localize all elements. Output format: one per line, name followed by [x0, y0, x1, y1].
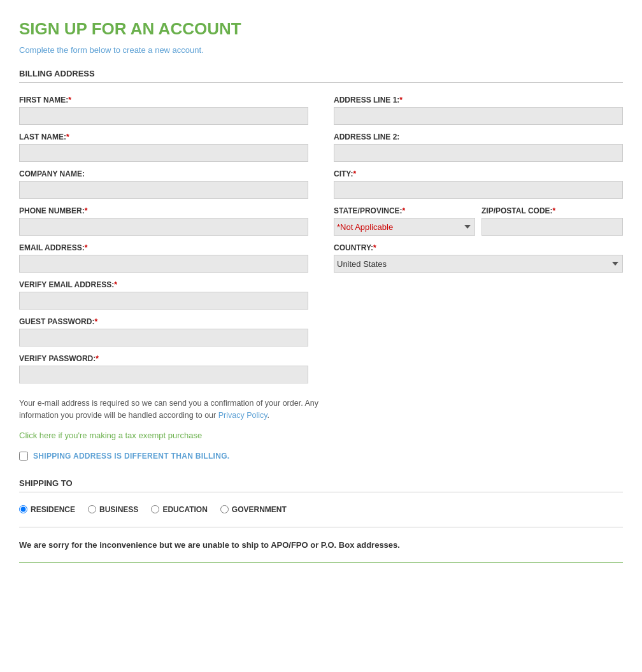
zip-subgroup: ZIP/POSTAL CODE:* — [481, 206, 623, 236]
city-group: CITY:* — [334, 169, 623, 199]
page-title: SIGN UP FOR AN ACCOUNT — [19, 19, 623, 39]
verify-email-label: VERIFY EMAIL ADDRESS:* — [19, 280, 308, 289]
apo-notice: We are sorry for the inconvenience but w… — [19, 540, 623, 550]
radio-option-business: BUSINESS — [88, 505, 138, 514]
shipping-type-radio-group: RESIDENCE BUSINESS EDUCATION GOVERNMENT — [19, 505, 623, 514]
first-name-label: FIRST NAME:* — [19, 96, 308, 104]
state-select[interactable]: *Not Applicable Alabama Alaska Arizona C… — [334, 218, 475, 236]
radio-option-education: EDUCATION — [151, 505, 207, 514]
radio-option-government: GOVERNMENT — [220, 505, 287, 514]
right-column: ADDRESS LINE 1:* ADDRESS LINE 2: CITY:* … — [334, 96, 623, 391]
address1-label: ADDRESS LINE 1:* — [334, 96, 623, 104]
shipping-to-section: SHIPPING TO RESIDENCE BUSINESS EDUCATION… — [19, 478, 623, 550]
radio-option-residence: RESIDENCE — [19, 505, 75, 514]
shipping-diff-label: SHIPPING ADDRESS IS DIFFERENT THAN BILLI… — [33, 452, 229, 461]
zip-label: ZIP/POSTAL CODE:* — [481, 206, 623, 215]
billing-form-grid: FIRST NAME:* LAST NAME:* COMPANY NAME: P… — [19, 96, 623, 391]
country-label: COUNTRY:* — [334, 243, 623, 252]
state-zip-row: STATE/PROVINCE:* *Not Applicable Alabama… — [334, 206, 623, 236]
radio-business-label[interactable]: BUSINESS — [99, 505, 138, 514]
verify-email-group: VERIFY EMAIL ADDRESS:* — [19, 280, 308, 310]
info-text: Your e-mail address is required so we ca… — [19, 397, 325, 422]
address2-input[interactable] — [334, 144, 623, 162]
left-column: FIRST NAME:* LAST NAME:* COMPANY NAME: P… — [19, 96, 308, 391]
password-label: GUEST PASSWORD:* — [19, 317, 308, 326]
shipping-diff-row: SHIPPING ADDRESS IS DIFFERENT THAN BILLI… — [19, 452, 623, 461]
company-name-label: COMPANY NAME: — [19, 169, 308, 178]
email-label: EMAIL ADDRESS:* — [19, 243, 308, 252]
phone-label: PHONE NUMBER:* — [19, 206, 308, 215]
first-name-input[interactable] — [19, 107, 308, 125]
billing-section-title: BILLING ADDRESS — [19, 69, 623, 78]
password-group: GUEST PASSWORD:* — [19, 317, 308, 347]
company-name-group: COMPANY NAME: — [19, 169, 308, 199]
first-name-group: FIRST NAME:* — [19, 96, 308, 125]
bottom-green-divider — [19, 562, 623, 563]
last-name-label: LAST NAME:* — [19, 132, 308, 141]
state-label: STATE/PROVINCE:* — [334, 206, 475, 215]
address2-label: ADDRESS LINE 2: — [334, 132, 623, 141]
state-subgroup: STATE/PROVINCE:* *Not Applicable Alabama… — [334, 206, 475, 236]
email-input[interactable] — [19, 255, 308, 273]
radio-government-label[interactable]: GOVERNMENT — [232, 505, 287, 514]
phone-input[interactable] — [19, 218, 308, 236]
radio-education[interactable] — [151, 505, 159, 513]
shipping-diff-checkbox[interactable] — [19, 452, 28, 461]
company-name-input[interactable] — [19, 181, 308, 199]
address1-input[interactable] — [334, 107, 623, 125]
last-name-input[interactable] — [19, 144, 308, 162]
privacy-policy-link[interactable]: Privacy Policy — [218, 411, 268, 420]
address2-group: ADDRESS LINE 2: — [334, 132, 623, 162]
radio-residence-label[interactable]: RESIDENCE — [31, 505, 75, 514]
tax-exempt-link[interactable]: Click here if you're making a tax exempt… — [19, 431, 623, 440]
state-select-wrapper: *Not Applicable Alabama Alaska Arizona C… — [334, 218, 475, 236]
zip-input[interactable] — [481, 218, 623, 236]
city-input[interactable] — [334, 181, 623, 199]
verify-password-group: VERIFY PASSWORD:* — [19, 354, 308, 383]
city-label: CITY:* — [334, 169, 623, 178]
last-name-group: LAST NAME:* — [19, 132, 308, 162]
radio-education-label[interactable]: EDUCATION — [162, 505, 207, 514]
country-select-wrapper: United States Canada United Kingdom Aust… — [334, 255, 623, 273]
billing-divider — [19, 82, 623, 83]
page-subtitle: Complete the form below to create a new … — [19, 45, 623, 55]
state-zip-group: STATE/PROVINCE:* *Not Applicable Alabama… — [334, 206, 623, 236]
radio-residence[interactable] — [19, 505, 27, 513]
verify-password-input[interactable] — [19, 366, 308, 383]
password-input[interactable] — [19, 329, 308, 347]
radio-bottom-divider — [19, 527, 623, 527]
first-name-required: * — [68, 96, 71, 104]
address1-group: ADDRESS LINE 1:* — [334, 96, 623, 125]
verify-email-input[interactable] — [19, 292, 308, 310]
country-select[interactable]: United States Canada United Kingdom Aust… — [334, 255, 623, 273]
radio-business[interactable] — [88, 505, 96, 513]
shipping-to-title: SHIPPING TO — [19, 478, 623, 488]
country-group: COUNTRY:* United States Canada United Ki… — [334, 243, 623, 273]
email-group: EMAIL ADDRESS:* — [19, 243, 308, 273]
radio-government[interactable] — [220, 505, 229, 513]
phone-group: PHONE NUMBER:* — [19, 206, 308, 236]
verify-password-label: VERIFY PASSWORD:* — [19, 354, 308, 363]
shipping-to-divider — [19, 492, 623, 492]
